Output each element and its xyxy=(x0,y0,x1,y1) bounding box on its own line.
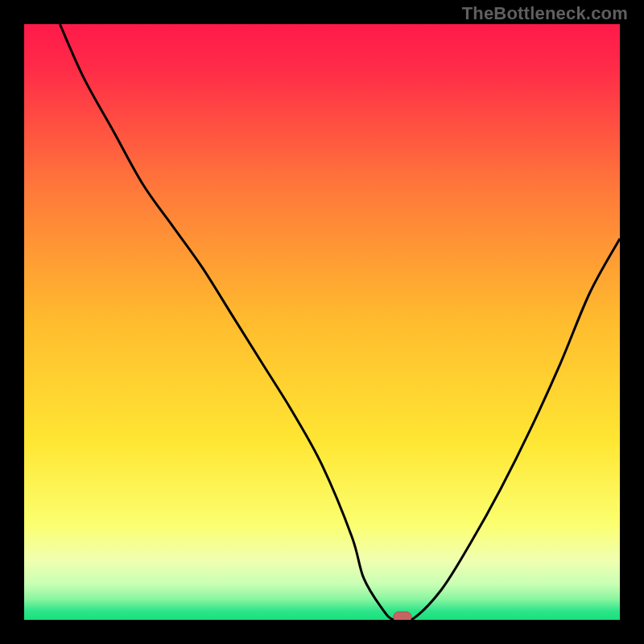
watermark-text: TheBottleneck.com xyxy=(462,3,628,24)
optimal-marker xyxy=(394,612,411,620)
gradient-background xyxy=(24,24,620,620)
chart-frame: TheBottleneck.com xyxy=(0,0,644,644)
chart-svg xyxy=(24,24,620,620)
plot-area xyxy=(24,24,620,620)
